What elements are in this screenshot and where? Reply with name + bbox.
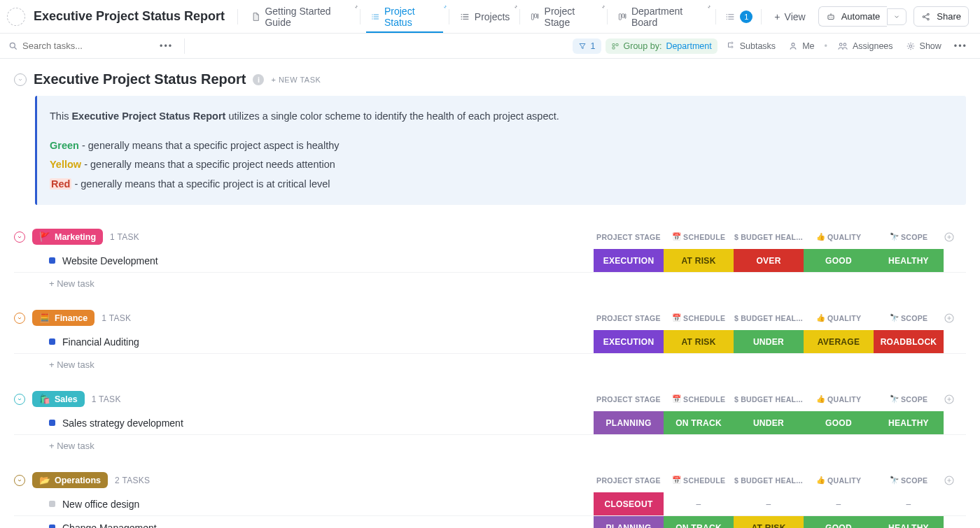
col-schedule[interactable]: 📅 SCHEDULE [664, 313, 734, 322]
filter-chip[interactable]: 1 [573, 38, 601, 54]
new-task-button[interactable]: + New task [14, 354, 966, 371]
col-budget[interactable]: $ BUDGET HEAL... [734, 476, 804, 485]
col-quality[interactable]: 👍 QUALITY [804, 232, 874, 241]
info-icon[interactable]: i [253, 74, 264, 85]
status-cell[interactable]: – [874, 492, 944, 515]
col-schedule[interactable]: 📅 SCHEDULE [664, 232, 734, 241]
group-collapse[interactable] [14, 231, 25, 243]
col-scope[interactable]: 🔭 SCOPE [874, 313, 944, 322]
toolbar-more[interactable]: ••• [155, 41, 177, 51]
automate-dropdown[interactable] [887, 8, 906, 25]
add-column[interactable] [944, 475, 966, 486]
status-cell[interactable]: CLOSEOUT [594, 492, 664, 515]
col-stage[interactable]: PROJECT STAGE [594, 233, 664, 241]
new-task-button[interactable]: + New task [14, 273, 966, 290]
col-quality[interactable]: 👍 QUALITY [804, 394, 874, 404]
status-cell[interactable]: AT RISK [664, 330, 734, 353]
col-budget[interactable]: $ BUDGET HEAL... [734, 233, 804, 241]
group-collapse[interactable] [14, 394, 25, 405]
status-cell[interactable]: EXECUTION [594, 249, 664, 272]
status-cell[interactable]: GOOD [804, 411, 874, 434]
status-cell[interactable]: AT RISK [664, 249, 734, 272]
col-stage[interactable]: PROJECT STAGE [594, 476, 664, 485]
status-cell[interactable]: PLANNING [594, 411, 664, 434]
col-quality[interactable]: 👍 QUALITY [804, 476, 874, 485]
me-filter[interactable]: Me [784, 41, 818, 51]
task-open[interactable]: Financial Auditing [14, 330, 594, 353]
group-collapse[interactable] [14, 475, 25, 486]
search-input[interactable] [22, 41, 127, 51]
status-square-icon[interactable] [49, 257, 55, 264]
search-box[interactable] [8, 41, 148, 51]
col-quality[interactable]: 👍 QUALITY [804, 313, 874, 322]
task-open[interactable]: Change Management [14, 516, 594, 528]
tab-department-board[interactable]: Department Board [608, 0, 713, 33]
tab-getting-started-guide[interactable]: Getting Started Guide [241, 0, 360, 33]
col-schedule[interactable]: 📅 SCHEDULE [664, 394, 734, 404]
status-cell[interactable]: GOOD [804, 516, 874, 528]
doc-title[interactable]: Executive Project Status Report [34, 9, 225, 24]
status-cell[interactable]: EXECUTION [594, 330, 664, 353]
status-cell[interactable]: – [664, 492, 734, 515]
tab-project-status[interactable]: Project Status [360, 0, 449, 33]
tab-overflow[interactable]: 1 [719, 10, 758, 23]
status-cell[interactable]: ROADBLOCK [874, 330, 944, 353]
group-by-chip[interactable]: Group by: Department [606, 38, 718, 54]
status-cell[interactable]: – [804, 492, 874, 515]
group-pill-sales[interactable]: 🛍️Sales [32, 391, 85, 407]
status-square-icon[interactable] [49, 525, 55, 528]
status-square-icon[interactable] [49, 420, 55, 426]
group-pill-operations[interactable]: 📂Operations [32, 472, 108, 488]
status-cell[interactable]: – [734, 492, 804, 515]
status-cell[interactable]: ON TRACK [664, 411, 734, 434]
tab-projects[interactable]: Projects [449, 0, 520, 33]
add-column[interactable] [944, 313, 966, 324]
status-square-icon[interactable] [49, 501, 55, 507]
task-name: Financial Auditing [62, 336, 139, 348]
share-button[interactable]: Share [913, 6, 969, 27]
col-schedule[interactable]: 📅 SCHEDULE [664, 476, 734, 485]
new-task-header[interactable]: + NEW TASK [271, 76, 321, 84]
add-column[interactable] [944, 394, 966, 405]
new-task-button[interactable]: + New task [14, 435, 966, 452]
status-cell[interactable]: HEALTHY [874, 411, 944, 434]
group-pill-marketing[interactable]: 🚩Marketing [32, 229, 103, 245]
add-column[interactable] [944, 231, 966, 243]
svg-point-17 [731, 46, 732, 48]
task-open[interactable]: Website Development [14, 249, 594, 272]
status-cell[interactable]: ON TRACK [664, 516, 734, 528]
subtasks-toggle[interactable]: Subtasks [722, 41, 780, 51]
status-cell[interactable]: PLANNING [594, 516, 664, 528]
group-collapse[interactable] [14, 313, 25, 324]
group-pill-finance[interactable]: 🧮Finance [32, 310, 94, 326]
show-settings[interactable]: Show [902, 41, 946, 51]
status-cell[interactable]: HEALTHY [874, 249, 944, 272]
status-cell[interactable]: AVERAGE [804, 330, 874, 353]
svg-point-10 [927, 13, 930, 15]
status-cell[interactable]: UNDER [734, 330, 804, 353]
col-stage[interactable]: PROJECT STAGE [594, 395, 664, 404]
status-square-icon[interactable] [49, 338, 55, 345]
add-view-button[interactable]: + View [764, 11, 815, 22]
toolbar-overflow[interactable]: ••• [950, 41, 972, 51]
share-icon [921, 12, 931, 22]
status-cell[interactable]: AT RISK [734, 516, 804, 528]
status-cell[interactable]: GOOD [804, 249, 874, 272]
col-budget[interactable]: $ BUDGET HEAL... [734, 314, 804, 322]
task-open[interactable]: New office design [14, 492, 594, 515]
tab-project-stage[interactable]: Project Stage [520, 0, 606, 33]
collapse-all[interactable] [14, 73, 27, 86]
col-scope[interactable]: 🔭 SCOPE [874, 232, 944, 241]
group-emoji: 🚩 [39, 231, 50, 242]
status-cell[interactable]: HEALTHY [874, 516, 944, 528]
col-budget[interactable]: $ BUDGET HEAL... [734, 395, 804, 404]
automate-button[interactable]: Automate [818, 6, 907, 27]
col-scope[interactable]: 🔭 SCOPE [874, 476, 944, 485]
status-cell[interactable]: UNDER [734, 411, 804, 434]
status-cell[interactable]: OVER [734, 249, 804, 272]
assignees-filter[interactable]: Assignees [833, 41, 897, 51]
col-scope[interactable]: 🔭 SCOPE [874, 394, 944, 404]
task-open[interactable]: Sales strategy development [14, 411, 594, 434]
col-stage[interactable]: PROJECT STAGE [594, 314, 664, 322]
description-card: This Executive Project Status Report uti… [35, 96, 966, 205]
